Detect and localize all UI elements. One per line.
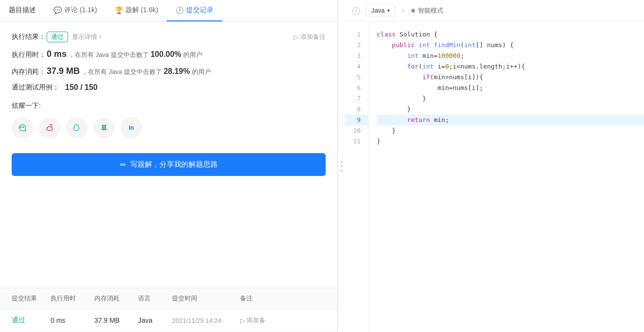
row-date: 2021/11/25 14:24 (172, 317, 240, 324)
tab-submissions[interactable]: 🕐 提交记录 (167, 0, 222, 21)
share-qq-button[interactable] (66, 117, 87, 139)
add-note-inline-label: 添加备 (246, 316, 265, 325)
result-label: 执行结果： (12, 33, 47, 41)
result-area: 执行结果： 通过 显示详情 › ▷ 添加备注 执行用时： 0 ms ，在所有 J… (0, 22, 337, 288)
code-line-11: } (377, 136, 644, 147)
left-panel: 题目描述 💬 评论 (1.1k) 🏆 题解 (1.6k) 🕐 提交记录 执行结果… (0, 0, 338, 332)
code-line-7: } (377, 93, 644, 104)
divider-dot-2 (341, 165, 343, 167)
write-solution-button[interactable]: ✏ 写题解，分享我的解题思路 (12, 153, 326, 176)
line-num-5: 5 (345, 72, 368, 83)
smart-mode-label: 智能模式 (418, 6, 443, 15)
divider-dot-3 (341, 170, 343, 172)
line-num-7: 7 (345, 93, 368, 104)
code-line-8: } (377, 104, 644, 115)
trophy-icon: 🏆 (115, 6, 123, 14)
time-stat-row: 执行用时： 0 ms ，在所有 Java 提交中击败了 100.00% 的用户 (12, 49, 326, 59)
tab-submissions-label: 提交记录 (186, 6, 213, 15)
code-line-9: return min; (377, 115, 644, 125)
row-memory: 37.9 MB (94, 316, 138, 324)
test-cases-row: 通过测试用例： 150 / 150 (12, 83, 326, 92)
test-label: 通过测试用例： (12, 83, 65, 92)
line-num-11: 11 (345, 136, 368, 147)
share-douban-button[interactable]: 豆 (93, 117, 115, 139)
time-value: 0 ms (47, 49, 67, 59)
tab-comments[interactable]: 💬 评论 (1.1k) (45, 0, 106, 21)
code-editor-area[interactable]: 1 2 3 4 5 6 7 8 9 10 11 class Solution { (345, 21, 644, 332)
code-line-6: min=nums[i]; (377, 83, 644, 93)
result-detail-link[interactable]: 显示详情 › (72, 33, 101, 41)
share-wechat-button[interactable] (12, 117, 33, 139)
flag-small-icon: ▷ (240, 317, 245, 324)
table-header: 提交结果 执行用时 内存消耗 语言 提交时间 备注 (0, 288, 337, 309)
svg-point-0 (20, 126, 21, 128)
mem-value: 37.9 MB (47, 66, 80, 76)
mode-dot (411, 9, 415, 13)
share-linkedin-button[interactable]: in (121, 117, 142, 139)
code-content[interactable]: class Solution { public int findMin(int[… (369, 21, 644, 332)
tab-solutions[interactable]: 🏆 题解 (1.6k) (106, 0, 167, 21)
tab-solutions-label: 题解 (1.6k) (125, 6, 158, 15)
line-num-8: 8 (345, 104, 368, 115)
share-weibo-button[interactable] (39, 117, 60, 139)
mem-desc-prefix: ，在所有 Java 提交中击败了 (82, 68, 162, 76)
svg-point-2 (47, 127, 52, 131)
code-line-4: for(int i=0;i<nums.length;i++){ (377, 61, 644, 72)
tab-description-label: 题目描述 (9, 6, 36, 15)
add-note-button[interactable]: ▷ 添加备注 (294, 33, 326, 41)
code-editor-panel: i Java ▾ • 智能模式 1 2 3 4 (345, 0, 644, 332)
code-line-2: public int findMin(int[] nums) { (377, 40, 644, 51)
line-num-3: 3 (345, 51, 368, 61)
tab-description[interactable]: 题目描述 (0, 0, 45, 21)
line-num-10: 10 (345, 125, 368, 136)
mem-stat-row: 内存消耗： 37.9 MB ，在所有 Java 提交中击败了 28.19% 的用… (12, 66, 326, 76)
svg-point-3 (51, 124, 52, 125)
col-header-note: 备注 (240, 294, 326, 303)
row-add-note[interactable]: ▷ 添加备 (240, 316, 326, 325)
language-label: Java (371, 7, 384, 14)
line-num-2: 2 (345, 40, 368, 51)
write-solution-label: 写题解，分享我的解题思路 (130, 160, 218, 169)
line-num-1: 1 (345, 29, 368, 40)
code-line-10: } (377, 125, 644, 136)
smart-mode-indicator: 智能模式 (411, 6, 443, 15)
time-desc-suffix: 的用户 (183, 51, 202, 59)
col-header-time: 执行用时 (51, 294, 94, 303)
time-label: 执行用时： (12, 51, 47, 59)
line-num-4: 4 (345, 61, 368, 72)
time-percent: 100.00% (151, 50, 181, 59)
tab-bar: 题目描述 💬 评论 (1.1k) 🏆 题解 (1.6k) 🕐 提交记录 (0, 0, 337, 22)
info-icon: i (352, 7, 360, 15)
panel-divider (338, 0, 345, 332)
mem-label: 内存消耗： (12, 68, 47, 76)
app-container: 题目描述 💬 评论 (1.1k) 🏆 题解 (1.6k) 🕐 提交记录 执行结果… (0, 0, 644, 332)
code-line-3: int min=100000; (377, 51, 644, 61)
time-desc-prefix: ，在所有 Java 提交中击败了 (69, 51, 149, 59)
editor-toolbar: i Java ▾ • 智能模式 (345, 0, 644, 21)
share-label: 炫耀一下: (12, 102, 326, 110)
svg-point-1 (22, 126, 24, 128)
language-selector[interactable]: Java ▾ (366, 4, 395, 17)
line-numbers: 1 2 3 4 5 6 7 8 9 10 11 (345, 21, 369, 332)
row-time: 0 ms (51, 316, 94, 324)
chevron-down-icon: ▾ (387, 8, 390, 13)
test-value: 150 / 150 (65, 83, 98, 92)
row-lang: Java (138, 316, 172, 324)
row-result[interactable]: 通过 (12, 316, 51, 325)
flag-icon: ▷ (294, 34, 298, 41)
tab-comments-label: 评论 (1.1k) (64, 6, 97, 15)
comment-icon: 💬 (53, 6, 62, 14)
add-note-label: 添加备注 (300, 33, 326, 41)
submissions-table: 提交结果 执行用时 内存消耗 语言 提交时间 备注 通过 0 ms 37.9 M… (0, 288, 337, 332)
mem-desc-suffix: 的用户 (192, 68, 211, 76)
col-header-date: 提交时间 (172, 294, 240, 303)
code-line-1: class Solution { (377, 29, 644, 40)
col-header-lang: 语言 (138, 294, 172, 303)
code-line-5: if(min>nums[i]){ (377, 72, 644, 83)
divider-dot-1 (341, 161, 343, 163)
mem-percent: 28.19% (164, 67, 190, 76)
result-status-badge: 通过 (47, 32, 68, 42)
table-row: 通过 0 ms 37.9 MB Java 2021/11/25 14:24 ▷ … (0, 309, 337, 332)
share-section: 炫耀一下: 豆 in ✏ 写题解，分享 (12, 102, 326, 176)
clock-icon: 🕐 (175, 6, 184, 14)
